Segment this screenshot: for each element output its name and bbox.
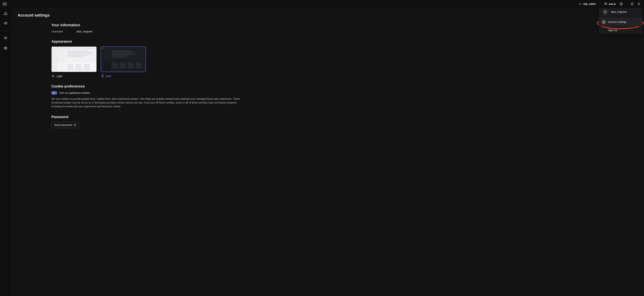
sidebar-item-learn[interactable]	[2, 35, 9, 41]
user-menu-sign-out[interactable]: Sign out	[599, 26, 642, 34]
menu-toggle-icon[interactable]	[2, 2, 7, 6]
cookie-preferences-section: Cookie preferences Turn on experience co…	[52, 84, 249, 108]
your-information-heading: Your information	[52, 23, 249, 27]
sidebar-divider	[2, 31, 9, 31]
user-menu-account-settings[interactable]: Account settings	[599, 18, 642, 26]
help-icon	[620, 2, 623, 6]
separator	[600, 2, 600, 6]
experience-cookies-toggle[interactable]	[52, 91, 57, 94]
user-icon	[637, 2, 641, 6]
separator	[626, 2, 627, 6]
sun-icon	[52, 74, 55, 78]
lifebuoy-icon	[4, 46, 7, 50]
user-menu: data_engineer Account settings Sign out	[599, 8, 642, 34]
sidebar-item-home[interactable]	[2, 10, 9, 17]
theme-dark-option[interactable]	[100, 46, 146, 72]
top-bar: SQL editor ask.ai	[0, 0, 644, 8]
dark-label-text: Dark	[106, 75, 112, 78]
theme-dark-label[interactable]: Dark	[100, 74, 146, 78]
theme-light-option[interactable]	[52, 46, 97, 72]
experience-cookies-label: Turn on experience cookies	[59, 91, 90, 94]
sidebar	[0, 8, 11, 296]
svg-point-8	[604, 22, 604, 23]
chat-icon	[604, 2, 607, 6]
bell-icon	[630, 2, 634, 6]
sql-editor-label: SQL editor	[583, 3, 596, 6]
svg-point-3	[5, 22, 7, 23]
svg-point-2	[638, 3, 640, 4]
light-label-text: Light	[56, 75, 62, 78]
page-title: Account settings	[18, 13, 638, 18]
home-icon	[4, 12, 7, 15]
ask-ai-link[interactable]: ask.ai	[603, 2, 617, 6]
help-button[interactable]	[619, 2, 624, 7]
code-icon	[578, 2, 582, 6]
user-avatar-icon	[602, 9, 608, 15]
graduation-cap-icon	[4, 36, 7, 40]
username-label: Username	[52, 30, 69, 33]
svg-point-6	[53, 75, 54, 77]
user-menu-sign-out-label: Sign out	[608, 29, 617, 32]
sql-editor-link[interactable]: SQL editor	[578, 2, 597, 6]
external-link-icon	[74, 123, 76, 126]
svg-point-5	[5, 48, 6, 49]
sidebar-item-help[interactable]	[2, 45, 9, 51]
ask-ai-label: ask.ai	[609, 3, 616, 6]
user-menu-header: data_engineer	[599, 8, 642, 18]
cookie-description: We use cookies to provide guided tours, …	[52, 97, 240, 108]
database-import-icon	[4, 22, 7, 25]
main-content: Account settings Your information Userna…	[11, 8, 644, 296]
password-heading: Password	[52, 115, 249, 119]
password-section: Password Reset password	[52, 115, 249, 128]
username-row: Username data_engineer	[52, 30, 249, 33]
theme-light-label[interactable]: Light	[52, 74, 97, 78]
sidebar-item-data[interactable]	[2, 20, 9, 27]
moon-icon	[100, 74, 104, 78]
notifications-button[interactable]	[630, 2, 635, 7]
appearance-section: Appearance	[52, 39, 249, 78]
svg-point-7	[605, 11, 606, 12]
user-menu-account-settings-label: Account settings	[608, 21, 626, 23]
gear-icon	[602, 20, 606, 24]
cookie-heading: Cookie preferences	[52, 84, 249, 88]
reset-password-label: Reset password	[54, 123, 72, 126]
user-menu-button[interactable]	[636, 2, 642, 7]
appearance-heading: Appearance	[52, 39, 249, 44]
user-menu-username: data_engineer	[611, 11, 627, 13]
your-information-section: Your information Username data_engineer	[52, 23, 249, 33]
username-value: data_engineer	[76, 30, 93, 33]
reset-password-button[interactable]: Reset password	[52, 122, 79, 128]
